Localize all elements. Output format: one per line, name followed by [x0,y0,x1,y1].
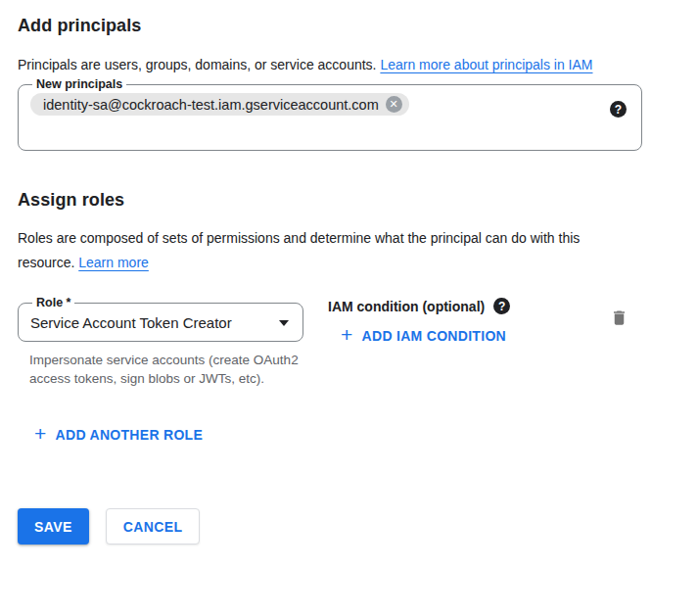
principals-description-text: Principals are users, groups, domains, o… [18,57,380,72]
role-row: Role * Service Account Token Creator Imp… [18,296,644,388]
plus-icon: + [341,327,353,343]
role-select[interactable]: Role * Service Account Token Creator [18,296,303,342]
chevron-down-icon [279,320,289,326]
learn-more-principals-link[interactable]: Learn more about principals in IAM [380,57,592,72]
cancel-button[interactable]: CANCEL [106,508,201,545]
principal-chip-label: identity-sa@cockroach-test.iam.gservicea… [43,97,379,113]
action-buttons: SAVE CANCEL [18,508,680,545]
new-principals-field[interactable]: New principals identity-sa@cockroach-tes… [18,77,642,151]
role-helper-text: Impersonate service accounts (create OAu… [29,351,302,388]
add-iam-condition-button[interactable]: + ADD IAM CONDITION [341,328,506,344]
plus-icon: + [34,426,47,442]
principals-description: Principals are users, groups, domains, o… [18,53,636,77]
add-another-role-label: ADD ANOTHER ROLE [56,427,204,443]
add-principals-panel: Add principals Principals are users, gro… [0,0,698,616]
assign-roles-description: Roles are composed of sets of permission… [18,226,613,275]
iam-condition-column: IAM condition (optional) ? + ADD IAM CON… [328,296,510,347]
role-column: Role * Service Account Token Creator Imp… [18,296,303,388]
delete-role-button[interactable] [610,308,628,328]
add-another-role-button[interactable]: + ADD ANOTHER ROLE [34,427,203,443]
trash-icon [610,308,628,328]
role-label: Role * [32,296,74,309]
principals-help-icon[interactable]: ? [610,101,627,118]
role-selected-value: Service Account Token Creator [30,314,232,331]
iam-condition-help-icon[interactable]: ? [493,298,510,314]
new-principals-label: New principals [32,77,126,91]
learn-more-roles-link[interactable]: Learn more [78,255,149,270]
chip-remove-icon[interactable]: ✕ [386,96,402,113]
save-button[interactable]: SAVE [18,508,89,545]
page-title: Add principals [18,16,680,36]
add-iam-condition-label: ADD IAM CONDITION [362,328,506,344]
principal-chip[interactable]: identity-sa@cockroach-test.iam.gservicea… [30,93,409,116]
assign-roles-title: Assign roles [18,190,680,211]
iam-condition-label: IAM condition (optional) [328,299,485,314]
